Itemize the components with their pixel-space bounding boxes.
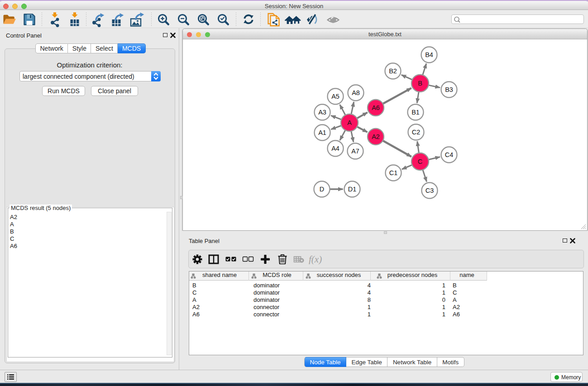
svg-text:D1: D1 — [348, 186, 357, 193]
svg-text:A7: A7 — [351, 148, 359, 155]
svg-text:A3: A3 — [318, 109, 326, 116]
svg-text:A4: A4 — [331, 145, 339, 152]
svg-text:A: A — [347, 119, 352, 126]
svg-text:B3: B3 — [445, 86, 453, 93]
svg-text:C1: C1 — [389, 169, 398, 176]
svg-text:C2: C2 — [412, 129, 421, 136]
svg-text:A2: A2 — [372, 133, 380, 140]
svg-text:A8: A8 — [352, 89, 360, 96]
svg-text:B: B — [418, 80, 422, 87]
svg-text:B1: B1 — [411, 109, 420, 116]
svg-text:A1: A1 — [318, 129, 326, 136]
svg-text:C3: C3 — [425, 187, 434, 194]
svg-text:D: D — [320, 186, 324, 193]
svg-text:B4: B4 — [425, 51, 433, 58]
svg-text:A6: A6 — [372, 104, 380, 111]
svg-text:C: C — [418, 158, 422, 165]
svg-text:B2: B2 — [389, 67, 397, 75]
svg-text:f(x): f(x) — [309, 254, 322, 264]
svg-text:C4: C4 — [445, 151, 454, 158]
svg-text:A5: A5 — [331, 93, 339, 100]
